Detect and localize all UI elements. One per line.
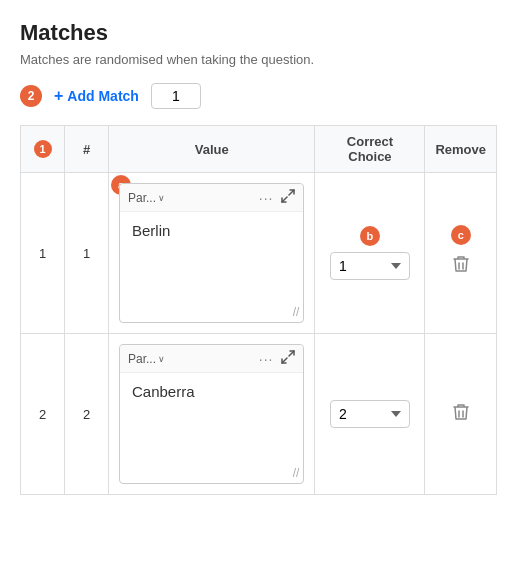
row-1-num: 1 [21,173,65,334]
page-subtitle: Matches are randomised when taking the q… [20,52,497,67]
dots-menu-icon-1[interactable]: ··· [259,190,274,206]
correct-choice-select-1[interactable]: 1 2 3 [330,252,410,280]
editor-toolbar-left-1: Par... ∨ [128,191,165,205]
row-2-remove-cell [425,334,497,495]
editor-wrapper-1: a Par... ∨ ··· [119,183,304,323]
par-label-2: Par... [128,352,156,366]
header-badge: 1 [34,140,52,158]
editor-text-1: Berlin [132,222,170,239]
editor-toolbar-right-2: ··· [259,350,296,367]
row-1-value-cell: a Par... ∨ ··· [109,173,315,334]
editor-content-2[interactable]: Canberra [120,373,303,463]
col-header-badge: 1 [21,126,65,173]
row-2-order: 2 [65,334,109,495]
par-dropdown-1[interactable]: Par... ∨ [128,191,165,205]
chevron-down-icon-2: ∨ [158,354,165,364]
resize-handle-2[interactable]: // [293,466,300,480]
row-1-order: 1 [65,173,109,334]
toolbar-badge: 2 [20,85,42,107]
editor-box-2: Par... ∨ ··· [119,344,304,484]
chevron-down-icon-1: ∨ [158,193,165,203]
editor-toolbar-2: Par... ∨ ··· [120,345,303,373]
resize-handle-1[interactable]: // [293,305,300,319]
expand-icon-2[interactable] [281,350,295,367]
editor-content-1[interactable]: Berlin [120,212,303,302]
row-1-remove-cell: c [425,173,497,334]
remove-badge-c: c [451,225,471,245]
add-match-label: Add Match [67,88,139,104]
correct-choice-badge-b: b [360,226,380,246]
row-1-correct-choice-cell: b 1 2 3 [315,173,425,334]
row-2-value-cell: Par... ∨ ··· [109,334,315,495]
table-header-row: 1 # Value Correct Choice Remove [21,126,497,173]
col-header-correct-choice: Correct Choice [315,126,425,173]
editor-wrapper-2: Par... ∨ ··· [119,344,304,484]
add-match-button[interactable]: + Add Match [54,87,139,105]
editor-box-1: Par... ∨ ··· [119,183,304,323]
row-2-num: 2 [21,334,65,495]
editor-text-2: Canberra [132,383,195,400]
toolbar: 2 + Add Match [20,83,497,109]
par-dropdown-2[interactable]: Par... ∨ [128,352,165,366]
correct-choice-select-2[interactable]: 1 2 3 [330,400,410,428]
match-count-input[interactable] [151,83,201,109]
dots-menu-icon-2[interactable]: ··· [259,351,274,367]
plus-icon: + [54,87,63,105]
editor-toolbar-left-2: Par... ∨ [128,352,165,366]
col-header-remove: Remove [425,126,497,173]
col-header-hash: # [65,126,109,173]
editor-toolbar-1: Par... ∨ ··· [120,184,303,212]
matches-table: 1 # Value Correct Choice Remove 1 1 a [20,125,497,495]
page-title: Matches [20,20,497,46]
editor-toolbar-right-1: ··· [259,189,296,206]
delete-button-2[interactable] [449,399,473,429]
expand-icon-1[interactable] [281,189,295,206]
delete-button-1[interactable] [449,251,473,281]
col-header-value: Value [109,126,315,173]
table-row: 1 1 a Par... ∨ [21,173,497,334]
table-row: 2 2 Par... ∨ ··· [21,334,497,495]
par-label-1: Par... [128,191,156,205]
row-2-correct-choice-cell: 1 2 3 [315,334,425,495]
